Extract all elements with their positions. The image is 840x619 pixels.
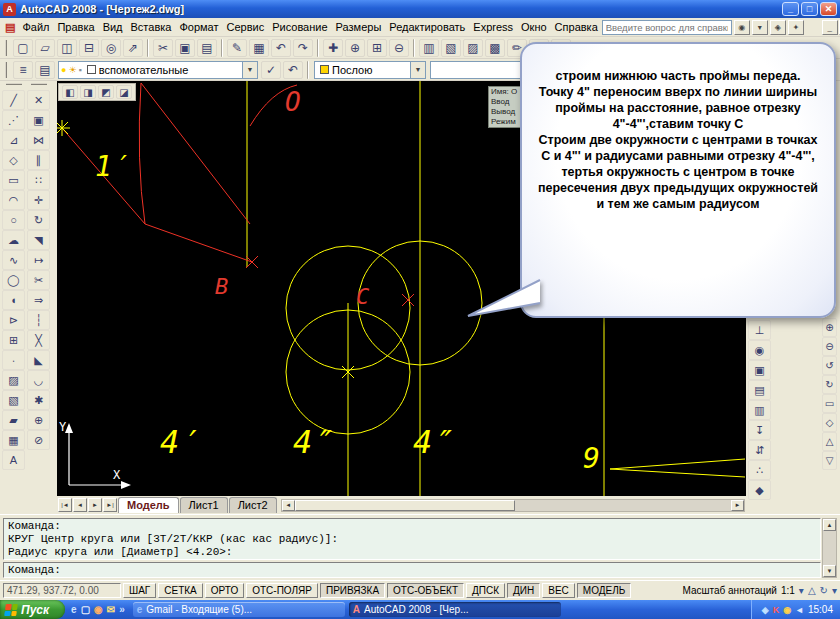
toolbar-grip[interactable]: [31, 83, 47, 88]
status-menu-chevron-icon[interactable]: ▾: [832, 585, 837, 596]
orbit-icon[interactable]: ↺: [822, 356, 837, 375]
antivirus-tray-icon[interactable]: K: [773, 605, 780, 615]
doc-minimize-button[interactable]: _: [822, 20, 838, 35]
status-toggle-button[interactable]: ДПСК: [466, 583, 505, 598]
search-dropdown-icon[interactable]: ▾: [752, 20, 768, 35]
table-icon[interactable]: ▦: [2, 430, 25, 450]
draworder-back-icon[interactable]: ◨: [80, 85, 96, 99]
fillet-icon[interactable]: ◡: [27, 370, 50, 390]
chevron-down-icon[interactable]: ▼: [410, 62, 425, 78]
command-history[interactable]: Команда:КРУГ Центр круга или [3Т/2Т/ККР …: [3, 518, 821, 560]
draworder-below-icon[interactable]: ◪: [116, 85, 132, 99]
status-toggle-button[interactable]: ПРИВЯЗКА: [320, 583, 385, 598]
pan-right-icon[interactable]: ↻: [822, 375, 837, 394]
rotate-icon[interactable]: ↻: [27, 210, 50, 230]
cut-icon[interactable]: ✂: [153, 39, 173, 57]
ucs-x-rotate-icon[interactable]: ◆: [748, 480, 771, 500]
polyline-icon[interactable]: ⊿: [2, 130, 25, 150]
plot-icon[interactable]: ⊟: [79, 39, 99, 57]
stretch-icon[interactable]: ↦: [27, 250, 50, 270]
menu-item[interactable]: Формат: [175, 19, 222, 35]
menu-item[interactable]: Вид: [99, 19, 127, 35]
status-toggle-button[interactable]: ДИН: [507, 583, 540, 598]
ucs-icon[interactable]: ⊥: [748, 320, 771, 340]
status-toggle-button[interactable]: ОРТО: [205, 583, 244, 598]
properties-icon[interactable]: ▥: [419, 39, 439, 57]
rectangle-icon[interactable]: ▭: [2, 170, 25, 190]
communication-center-icon[interactable]: ◈: [770, 20, 786, 35]
trim-icon[interactable]: ✂: [27, 270, 50, 290]
chamfer-icon[interactable]: ◣: [27, 350, 50, 370]
toolbar-grip[interactable]: [6, 83, 22, 88]
revision-cloud-icon[interactable]: ☁: [2, 230, 25, 250]
ucs-view-icon[interactable]: ▥: [748, 400, 771, 420]
status-toggle-button[interactable]: ШАГ: [123, 583, 156, 598]
tab-next-icon[interactable]: ►: [88, 498, 102, 512]
polygon-icon[interactable]: ◇: [2, 150, 25, 170]
favorites-icon[interactable]: ✦: [788, 20, 804, 35]
task-autocad[interactable]: A AutoCAD 2008 - [Чер...: [349, 602, 561, 617]
shade-icon[interactable]: ◇: [822, 413, 837, 432]
undo-icon[interactable]: ↶: [271, 39, 291, 57]
designcenter-icon[interactable]: ▧: [441, 39, 461, 57]
join-icon[interactable]: ⊕: [27, 410, 50, 430]
ucs-3point-icon[interactable]: ∴: [748, 460, 771, 480]
arc-icon[interactable]: ◠: [2, 190, 25, 210]
sheet-set-manager-icon[interactable]: ▩: [485, 39, 505, 57]
chevron-down-icon[interactable]: ▼: [242, 62, 257, 78]
zoom-previous-icon[interactable]: ⊖: [389, 39, 409, 57]
move-icon[interactable]: ✛: [27, 190, 50, 210]
ucs-object-icon[interactable]: ▣: [748, 360, 771, 380]
menu-item[interactable]: Вставка: [127, 19, 176, 35]
draworder-above-icon[interactable]: ◩: [98, 85, 114, 99]
color-dropdown[interactable]: Послою ▼: [314, 61, 426, 79]
block-editor-icon[interactable]: ▦: [249, 39, 269, 57]
scroll-right-icon[interactable]: ►: [731, 500, 744, 511]
status-toggle-button[interactable]: ОТС-ПОЛЯР: [246, 583, 318, 598]
search-icon[interactable]: ◉: [734, 20, 750, 35]
menu-item[interactable]: Окно: [517, 19, 551, 35]
construction-line-icon[interactable]: ⋰: [2, 110, 25, 130]
help-search-input[interactable]: [602, 20, 732, 35]
save-icon[interactable]: ◫: [57, 39, 77, 57]
zoom-out-icon[interactable]: ⊖: [822, 337, 837, 356]
update-tray-icon[interactable]: ◉: [783, 605, 791, 615]
spline-icon[interactable]: ∿: [2, 250, 25, 270]
zoom-in-icon[interactable]: ⊕: [822, 318, 837, 337]
zoom-realtime-icon[interactable]: ⊕: [345, 39, 365, 57]
menu-item[interactable]: Express: [469, 19, 517, 35]
pan-icon[interactable]: ✚: [323, 39, 343, 57]
media-player-icon[interactable]: ◉: [94, 604, 103, 615]
tab-list1[interactable]: Лист1: [180, 497, 228, 513]
redo-icon[interactable]: ↷: [293, 39, 313, 57]
draworder-front-icon[interactable]: ◧: [62, 85, 78, 99]
make-current-icon[interactable]: ✓: [261, 61, 281, 79]
region-icon[interactable]: ▰: [2, 410, 25, 430]
ucs-origin-icon[interactable]: ↧: [748, 420, 771, 440]
toolbar-grip[interactable]: [5, 40, 9, 56]
scroll-left-icon[interactable]: ◄: [282, 500, 295, 511]
command-scrollbar[interactable]: ▲ ▼: [822, 518, 837, 578]
gradient-icon[interactable]: ▧: [2, 390, 25, 410]
ucs-face-icon[interactable]: ▤: [748, 380, 771, 400]
status-toggle-button[interactable]: ВЕС: [542, 583, 575, 598]
tab-prev-icon[interactable]: ◄: [73, 498, 87, 512]
ucs-z-axis-icon[interactable]: ⇵: [748, 440, 771, 460]
tool-palettes-icon[interactable]: ▨: [463, 39, 483, 57]
scroll-down-icon[interactable]: ▽: [822, 451, 837, 470]
menu-item[interactable]: Размеры: [332, 19, 386, 35]
multiline-text-icon[interactable]: A: [2, 450, 25, 470]
volume-tray-icon[interactable]: ◄: [795, 605, 804, 615]
status-toggle-button[interactable]: МОДЕЛЬ: [577, 583, 631, 598]
tab-model[interactable]: Модель: [118, 497, 179, 513]
zoom-window-icon[interactable]: ⊞: [367, 39, 387, 57]
circle-icon[interactable]: ○: [2, 210, 25, 230]
offset-icon[interactable]: ∥: [27, 150, 50, 170]
break-icon[interactable]: ╳: [27, 330, 50, 350]
menu-item[interactable]: Рисование: [268, 19, 331, 35]
menu-item[interactable]: Сервис: [223, 19, 269, 35]
outlook-icon[interactable]: ✉: [107, 604, 115, 615]
menu-item[interactable]: Справка: [551, 19, 602, 35]
layer-dropdown[interactable]: ●☀▪ вспомогательные ▼: [58, 61, 258, 79]
point-icon[interactable]: ∙: [2, 350, 25, 370]
